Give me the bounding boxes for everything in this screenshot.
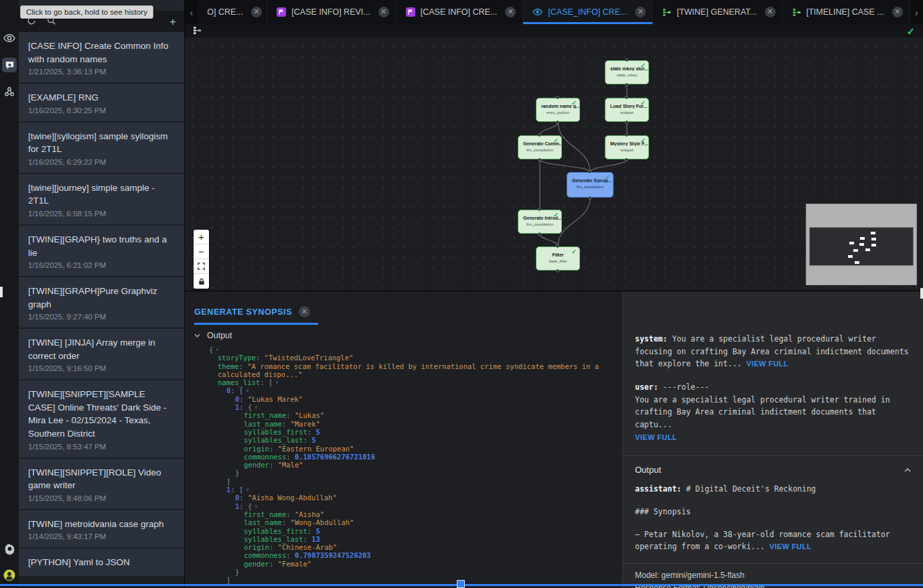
- prompt-list-item[interactable]: [CASE INFO] Create Common Info with rand…: [19, 32, 184, 82]
- close-icon[interactable]: ✕: [892, 7, 903, 17]
- tab-generate-synopsis-label: GENERATE SYNOPSIS: [194, 307, 292, 317]
- tab-generate-synopsis[interactable]: GENERATE SYNOPSIS ✕: [194, 306, 318, 325]
- add-prompt-button[interactable]: +: [169, 16, 176, 27]
- flag-tab-icon: [277, 7, 286, 17]
- minimap[interactable]: [806, 204, 916, 285]
- prompt-title: [CASE INFO] Create Common Info with rand…: [28, 40, 175, 66]
- node-output-handle[interactable]: [538, 158, 541, 161]
- zoom-in-button[interactable]: +: [194, 230, 209, 244]
- canvas-zoom-controls: + −: [194, 230, 209, 289]
- node-input-handle[interactable]: [625, 133, 628, 137]
- graph-node-gen_synopsis[interactable]: Generate Synop... llm_completion ✓: [567, 172, 614, 198]
- prompt-list-item[interactable]: [TWINE][SNIPPET][SAMPLE CASE] Online Thr…: [19, 380, 184, 457]
- graph-node-filter[interactable]: Filter state_filter ✓: [536, 246, 580, 271]
- workflow-icon[interactable]: [2, 84, 17, 99]
- tab-label: O] CRE...: [207, 7, 242, 17]
- node-output-handle[interactable]: [556, 121, 559, 124]
- prompt-title: [twine][journey] simple sample - 2T1L: [28, 181, 175, 208]
- close-icon[interactable]: ✕: [635, 7, 646, 17]
- eye-icon[interactable]: [2, 31, 17, 46]
- minimap-node-dot: [871, 244, 876, 246]
- lock-button[interactable]: [194, 274, 209, 289]
- node-subtitle: snippet: [606, 148, 648, 152]
- json-line: names_list: [∨: [185, 378, 614, 386]
- json-line: {∨: [185, 346, 614, 354]
- editor-tab[interactable]: O] CRE... ✕: [198, 0, 267, 24]
- tabs-scroll-left-icon[interactable]: ‹: [185, 0, 198, 24]
- settings-gear-icon[interactable]: [2, 541, 17, 556]
- output-tab-row: GENERATE SYNOPSIS ✕: [185, 291, 622, 325]
- node-output-handle[interactable]: [538, 232, 541, 236]
- node-check-icon: ✓: [640, 62, 646, 69]
- tab-label: [TWINE] GENERAT...: [677, 7, 756, 17]
- json-line: 1: {∨: [185, 502, 614, 510]
- prompt-list-item[interactable]: [TWINE][SNIPPET][ROLE] Video game writer…: [19, 459, 184, 509]
- node-output-handle[interactable]: [588, 196, 591, 200]
- graph-node-gen_comm[interactable]: Generate Comm... llm_completion ✓: [518, 135, 562, 159]
- graph-node-load_story[interactable]: Load Story For... snippet ✓: [605, 98, 649, 122]
- assistant-body: — Petar Nikolov, a 38-year-old romance s…: [635, 528, 911, 553]
- node-canvas[interactable]: state mkey stor... state_mkey ✓ random n…: [185, 39, 923, 291]
- node-input-handle[interactable]: [625, 96, 628, 99]
- tabs-scroll-right-icon[interactable]: ›: [910, 0, 923, 24]
- node-output-handle[interactable]: [625, 121, 628, 124]
- node-check-icon: ✓: [553, 211, 559, 218]
- graph-node-state_mkey[interactable]: state mkey stor... state_mkey ✓: [605, 60, 649, 84]
- prompt-title: [TWINE][SNIPPET][SAMPLE CASE] Online Thr…: [28, 388, 175, 440]
- prompt-list-item[interactable]: [TWINE] [JINJA] Array merge in correct o…: [19, 329, 184, 379]
- prompt-title: [PYTHON] Yaml to JSON: [28, 556, 175, 569]
- close-icon[interactable]: ✕: [299, 306, 310, 317]
- account-avatar[interactable]: [2, 568, 17, 583]
- fit-view-button[interactable]: [194, 259, 209, 274]
- flag-tab-icon: [406, 7, 415, 17]
- prompt-list-item[interactable]: [TWINE][GRAPH} two truths and a lie 1/16…: [19, 226, 184, 276]
- node-output-handle[interactable]: [625, 83, 628, 86]
- node-input-handle[interactable]: [538, 208, 541, 211]
- editor-tab[interactable]: [CASE_INFO] CRE... ✕: [523, 0, 653, 24]
- prompt-list-item[interactable]: [PYTHON] Yaml to JSON: [19, 548, 184, 576]
- graph-node-mystery[interactable]: Mystery Style F... snippet ✓: [605, 135, 649, 159]
- json-line: theme: "A romance scam facilitator is ki…: [185, 362, 614, 379]
- close-icon[interactable]: ✕: [378, 7, 389, 17]
- json-line: first_name: "Lukas": [185, 411, 614, 419]
- graph-mode-icon[interactable]: [193, 25, 202, 38]
- node-input-handle[interactable]: [556, 96, 559, 99]
- chevron-down-icon: [194, 334, 200, 338]
- editor-tab[interactable]: [TIMELINE] CASE ... ✕: [783, 0, 910, 24]
- prompts-icon[interactable]: [2, 58, 17, 72]
- close-icon[interactable]: ✕: [505, 7, 516, 17]
- prompt-list-item[interactable]: [EXAMPLE] RNG 1/16/2025, 8:30:25 PM: [19, 84, 184, 121]
- view-full-link[interactable]: VIEW FULL: [770, 542, 812, 550]
- node-output-handle[interactable]: [556, 269, 559, 273]
- json-line: }: [185, 469, 614, 477]
- node-input-handle[interactable]: [588, 170, 591, 173]
- output-section-label: Output: [207, 331, 232, 340]
- json-line: }: [185, 568, 614, 576]
- editor-tab[interactable]: [TWINE] GENERAT... ✕: [653, 0, 782, 24]
- prompt-list-item[interactable]: [TWINE][GRAPH]Pure Graphviz graph 1/15/2…: [19, 277, 184, 327]
- node-input-handle[interactable]: [556, 244, 559, 248]
- bottom-resize-handle[interactable]: [457, 580, 465, 588]
- view-full-link[interactable]: VIEW FULL: [635, 433, 677, 441]
- graph-node-random_name[interactable]: random name g... exec_python ✓: [536, 98, 580, 122]
- prompt-timestamp: 1/15/2025, 9:27:40 PM: [28, 313, 175, 321]
- prompt-list-item[interactable]: [TWINE] metroidvania case graph 1/14/202…: [19, 510, 184, 548]
- zoom-out-button[interactable]: −: [194, 244, 209, 259]
- prompt-list-item[interactable]: [twine][syllogism] sample syllogism for …: [19, 123, 184, 173]
- graph-node-gen_introd[interactable]: Generate Introd... llm_completion ✓: [518, 210, 562, 234]
- node-subtitle: state_filter: [537, 259, 579, 263]
- node-input-handle[interactable]: [625, 58, 628, 62]
- view-full-link[interactable]: VIEW FULL: [746, 360, 788, 368]
- node-input-handle[interactable]: [538, 133, 541, 137]
- output-section-header[interactable]: Output: [185, 325, 622, 344]
- node-output-handle[interactable]: [625, 158, 628, 161]
- close-icon[interactable]: ✕: [765, 7, 776, 17]
- editor-tab[interactable]: [CASE INFO] CRE... ✕: [397, 0, 524, 24]
- right-resize-grip[interactable]: [920, 288, 923, 299]
- json-tree[interactable]: {∨storyType: "TwistedLoveTriangle"theme:…: [185, 344, 622, 588]
- assistant-output-header[interactable]: Output: [635, 456, 911, 483]
- prompt-list-item[interactable]: [twine][journey] simple sample - 2T1L 1/…: [19, 174, 184, 224]
- close-icon[interactable]: ✕: [251, 7, 262, 17]
- left-resize-grip[interactable]: [0, 287, 3, 297]
- editor-tab[interactable]: [CASE INFO] REVI... ✕: [267, 0, 396, 24]
